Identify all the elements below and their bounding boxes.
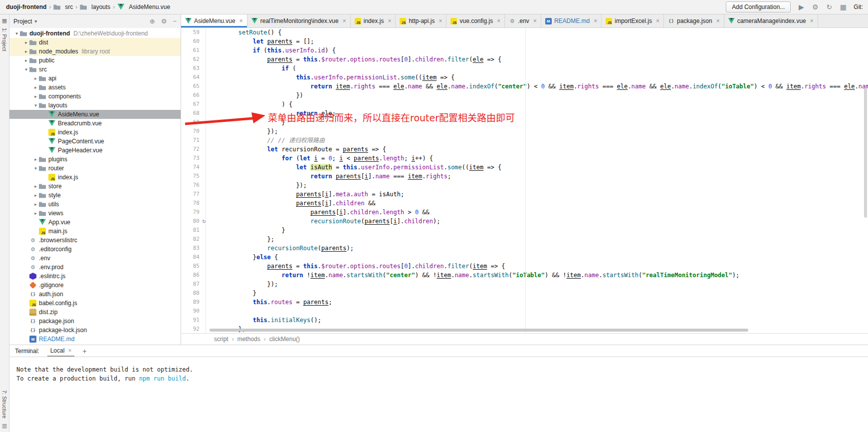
line-number[interactable]: 82 (181, 235, 206, 244)
tab-http-api-js[interactable]: http-api.js× (396, 14, 446, 27)
tree-item-assets[interactable]: ▸assets (9, 83, 181, 92)
project-stripe-label[interactable]: 1: Project (1, 28, 7, 51)
code-line-74[interactable]: 74 let isAuth = this.userInfo.permission… (181, 163, 868, 172)
chevron-right-icon[interactable]: ▸ (23, 49, 29, 54)
crumb-clickmenu[interactable]: clickMenu() (269, 336, 300, 343)
code-line-65[interactable]: 65 return item.rights === ele.name && el… (181, 82, 868, 91)
tab-close-icon[interactable]: × (533, 17, 537, 24)
code-line-86[interactable]: 86 return !item.name.startsWith("center"… (181, 271, 868, 280)
chevron-down-icon[interactable]: ▾ (32, 166, 39, 171)
tree-item-app-vue[interactable]: App.vue (9, 218, 181, 227)
chevron-right-icon[interactable]: ▸ (32, 184, 39, 189)
code-line-59[interactable]: 59 setRoute() { (181, 28, 868, 37)
line-number[interactable]: 81 (181, 226, 206, 235)
tree-item-layouts[interactable]: ▾layouts (9, 101, 181, 110)
code-line-67[interactable]: 67 ) { (181, 100, 868, 109)
tree-item-package-lock-json[interactable]: package-lock.json (9, 326, 181, 335)
tree-item-index-js[interactable]: index.js (9, 173, 181, 182)
recursive-call-icon[interactable]: ↻ (202, 217, 206, 226)
tab-index-js[interactable]: index.js× (351, 14, 396, 27)
line-number[interactable]: 71 (181, 136, 206, 145)
code-line-80[interactable]: 80↻ recursionRoute(parents[i].children); (181, 217, 868, 226)
tree-item-gitignore[interactable]: .gitignore (9, 281, 181, 290)
tree-item-src[interactable]: ▾src (9, 65, 181, 74)
locate-icon[interactable]: ⊕ (150, 17, 155, 25)
tree-item-style[interactable]: ▸style (9, 191, 181, 200)
line-number[interactable]: 73 (181, 154, 206, 163)
code-line-89[interactable]: 89 this.routes = parents; (181, 298, 868, 307)
chevron-right-icon[interactable]: ▸ (23, 58, 29, 63)
code-line-91[interactable]: 91 this.initialKeys(); (181, 316, 868, 325)
chevron-down-icon[interactable]: ▾ (23, 67, 29, 72)
code-line-75[interactable]: 75 return parents[i].name === item.right… (181, 172, 868, 181)
structure-stripe-label[interactable]: 7: Structure (1, 390, 7, 419)
tab-close-icon[interactable]: × (343, 17, 346, 24)
tree-item-auth-json[interactable]: auth.json (9, 290, 181, 299)
code-line-62[interactable]: 62 parents = this.$router.options.routes… (181, 55, 868, 64)
tree-item-readme-md[interactable]: README.md (9, 335, 181, 344)
chevron-right-icon[interactable]: ▸ (23, 40, 29, 45)
project-tool-window-icon[interactable]: ▦ (2, 17, 7, 24)
code-line-82[interactable]: 82 }; (181, 235, 868, 244)
code-line-88[interactable]: 88 } (181, 289, 868, 298)
line-number[interactable]: 85 (181, 262, 206, 271)
line-number[interactable]: 64 (181, 73, 206, 82)
tree-item-utils[interactable]: ▸utils (9, 200, 181, 209)
chevron-right-icon[interactable]: ▸ (32, 157, 39, 162)
breadcrumb-item-src[interactable]: src (52, 3, 74, 10)
code-line-60[interactable]: 60 let parents = []; (181, 37, 868, 46)
line-number[interactable]: 59 (181, 28, 206, 37)
breadcrumb-item-layouts[interactable]: layouts (79, 3, 111, 10)
tree-item-index-js[interactable]: index.js (9, 128, 181, 137)
tab-cameramanage-index-vue[interactable]: cameraManage\index.vue× (724, 14, 818, 27)
chevron-right-icon[interactable]: ▸ (32, 202, 39, 207)
tab-env[interactable]: .env× (505, 14, 541, 27)
tree-item-editorconfig[interactable]: .editorconfig (9, 245, 181, 254)
tab-close-icon[interactable]: × (438, 17, 442, 24)
chevron-down-icon[interactable]: ▾ (32, 103, 39, 108)
code-line-72[interactable]: 72 let recursionRoute = parents => { (181, 145, 868, 154)
tree-item-store[interactable]: ▸store (9, 182, 181, 191)
tree-item-router[interactable]: ▾router (9, 164, 181, 173)
settings-icon[interactable]: ⚙ (811, 3, 820, 11)
breadcrumb-item-asidemenu-vue[interactable]: AsideMenu.vue (116, 3, 171, 10)
tree-item-public[interactable]: ▸public (9, 56, 181, 65)
tree-item-breadcrumb-vue[interactable]: Breadcrumb.vue (9, 119, 181, 128)
settings-icon[interactable]: ⚙ (161, 17, 167, 25)
tree-item-components[interactable]: ▸components (9, 92, 181, 101)
tab-close-icon[interactable]: × (716, 17, 720, 24)
chevron-down-icon[interactable]: ▾ (13, 31, 20, 36)
tree-item-browserslistrc[interactable]: .browserslistrc (9, 236, 181, 245)
line-number[interactable]: 78 (181, 199, 206, 208)
line-number[interactable]: 69 (181, 118, 206, 127)
tree-item-pagecontent-vue[interactable]: PageContent.vue (9, 137, 181, 146)
line-number[interactable]: 91 (181, 316, 206, 325)
line-number[interactable]: 63 (181, 64, 206, 73)
line-number[interactable]: 77 (181, 190, 206, 199)
tab-close-icon[interactable]: × (594, 17, 597, 24)
line-number[interactable]: 89 (181, 298, 206, 307)
tree-item-plugins[interactable]: ▸plugins (9, 155, 181, 164)
tab-close-icon[interactable]: × (810, 17, 814, 24)
new-terminal-icon[interactable]: + (82, 347, 86, 355)
tree-item-api[interactable]: ▸api (9, 74, 181, 83)
line-number[interactable]: 90 (181, 307, 206, 316)
code-line-85[interactable]: 85 parents = this.$router.options.routes… (181, 262, 868, 271)
line-number[interactable]: 62 (181, 55, 206, 64)
tree-item-pageheader-vue[interactable]: PageHeader.vue (9, 146, 181, 155)
line-number[interactable]: 65 (181, 82, 206, 91)
tree-item-env[interactable]: .env (9, 254, 181, 263)
code-line-61[interactable]: 61 if (this.userInfo.id) { (181, 46, 868, 55)
breadcrumb-item-duoji-frontend[interactable]: duoji-frontend (5, 3, 47, 10)
sync-icon[interactable]: ↻ (825, 3, 834, 11)
line-number[interactable]: 74 (181, 163, 206, 172)
tab-vue-config-js[interactable]: vue.config.js× (446, 14, 505, 27)
tab-readme-md[interactable]: README.md× (541, 14, 602, 27)
tree-item-duoji-frontend[interactable]: ▾duoji-frontendD:\zheheWeb\duoji-fronten… (9, 29, 181, 38)
code-line-79[interactable]: 79 parents[i].children.length > 0 && (181, 208, 868, 217)
line-number[interactable]: 76 (181, 181, 206, 190)
line-number[interactable]: 61 (181, 46, 206, 55)
line-number[interactable]: 87 (181, 280, 206, 289)
close-icon[interactable]: × (68, 347, 71, 354)
code-editor[interactable]: 59 setRoute() {60 let parents = [];61 if… (181, 28, 868, 333)
